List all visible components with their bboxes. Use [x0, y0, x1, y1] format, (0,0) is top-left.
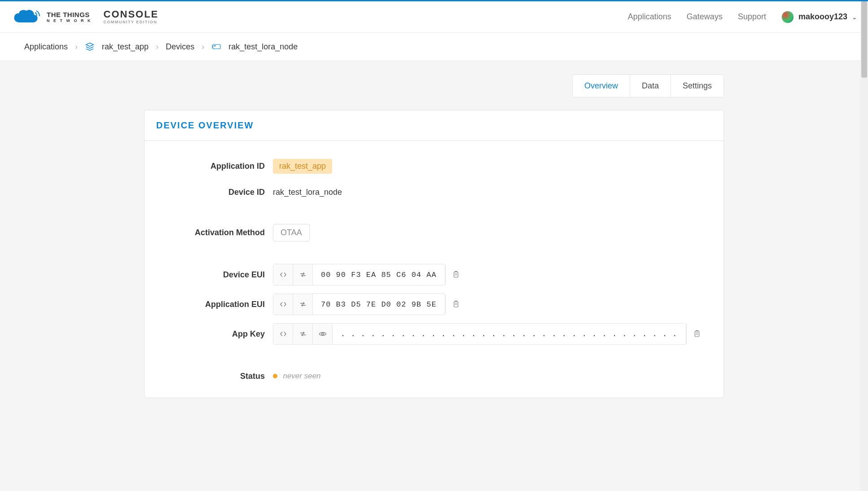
device-overview-panel: DEVICE OVERVIEW Application ID rak_test_…: [144, 110, 724, 398]
breadcrumb-device[interactable]: rak_test_lora_node: [228, 42, 298, 52]
status-value: never seen: [283, 372, 320, 380]
cloud-icon: [11, 8, 41, 26]
device-id-label: Device ID: [156, 188, 273, 197]
nav-gateways[interactable]: Gateways: [687, 12, 723, 22]
username: makoooy123: [798, 12, 847, 22]
stack-icon: [85, 42, 95, 52]
app-key-value: . . . . . . . . . . . . . . . . . . . . …: [333, 324, 686, 344]
device-eui-value: 00 90 F3 EA 85 C6 04 AA: [313, 264, 445, 285]
svg-rect-4: [214, 45, 215, 46]
nav-applications[interactable]: Applications: [628, 12, 671, 22]
breadcrumb-devices[interactable]: Devices: [166, 42, 194, 52]
breadcrumb-app[interactable]: rak_test_app: [102, 42, 149, 52]
reveal-button[interactable]: [313, 324, 333, 344]
chevron-down-icon: ⌄: [852, 13, 857, 21]
swap-byte-order-button[interactable]: [293, 264, 313, 285]
application-eui-label: Application EUI: [156, 300, 273, 309]
device-icon: [211, 42, 221, 52]
svg-rect-5: [454, 272, 458, 277]
svg-rect-12: [695, 331, 699, 337]
toggle-format-button[interactable]: [273, 294, 293, 315]
console-title: CONSOLE: [104, 9, 159, 19]
swap-byte-order-button[interactable]: [293, 294, 313, 315]
brand-subtitle: N E T W O R K: [47, 19, 92, 23]
swap-byte-order-button[interactable]: [293, 324, 313, 344]
application-eui-group: 70 B3 D5 7E D0 02 9B 5E: [273, 294, 446, 315]
tab-settings[interactable]: Settings: [671, 75, 723, 97]
tab-data[interactable]: Data: [630, 75, 671, 97]
svg-point-11: [321, 333, 324, 335]
breadcrumb-separator: ›: [75, 42, 78, 52]
svg-rect-8: [454, 302, 458, 307]
svg-rect-0: [213, 44, 221, 49]
app-key-group: . . . . . . . . . . . . . . . . . . . . …: [273, 323, 687, 345]
device-eui-group: 00 90 F3 EA 85 C6 04 AA: [273, 264, 446, 285]
device-eui-label: Device EUI: [156, 270, 273, 280]
brand-title: THE THINGS: [47, 11, 92, 18]
panel-title: DEVICE OVERVIEW: [156, 120, 712, 131]
breadcrumb-separator: ›: [202, 42, 204, 52]
scrollbar-thumb[interactable]: [861, 1, 867, 78]
breadcrumb: Applications › rak_test_app › Devices › …: [0, 33, 868, 61]
status-value-wrap: never seen: [273, 372, 321, 381]
app-key-label: App Key: [156, 329, 273, 339]
header: THE THINGS N E T W O R K CONSOLE COMMUNI…: [0, 1, 868, 33]
status-label: Status: [156, 372, 273, 381]
user-menu[interactable]: makoooy123 ⌄: [781, 11, 857, 23]
application-eui-value: 70 B3 D5 7E D0 02 9B 5E: [313, 294, 445, 315]
breadcrumb-root[interactable]: Applications: [24, 42, 68, 52]
tabs: Overview Data Settings: [572, 75, 724, 97]
copy-device-eui-button[interactable]: [452, 270, 460, 279]
nav-support[interactable]: Support: [738, 12, 766, 22]
device-id-value: rak_test_lora_node: [273, 188, 342, 197]
breadcrumb-separator: ›: [156, 42, 158, 52]
scrollbar[interactable]: [860, 1, 868, 425]
activation-method-value: OTAA: [273, 224, 310, 241]
avatar: [781, 11, 794, 23]
toggle-format-button[interactable]: [273, 324, 293, 344]
copy-application-eui-button[interactable]: [452, 300, 460, 309]
copy-app-key-button[interactable]: [693, 329, 701, 338]
logo[interactable]: THE THINGS N E T W O R K CONSOLE COMMUNI…: [11, 8, 158, 26]
application-id-value[interactable]: rak_test_app: [273, 159, 332, 174]
application-id-label: Application ID: [156, 162, 273, 171]
page-content: Overview Data Settings DEVICE OVERVIEW A…: [120, 61, 748, 425]
console-subtitle: COMMUNITY EDITION: [104, 20, 159, 24]
status-dot-icon: [273, 374, 277, 378]
activation-method-label: Activation Method: [156, 228, 273, 237]
toggle-format-button[interactable]: [273, 264, 293, 285]
tab-overview[interactable]: Overview: [573, 75, 630, 97]
